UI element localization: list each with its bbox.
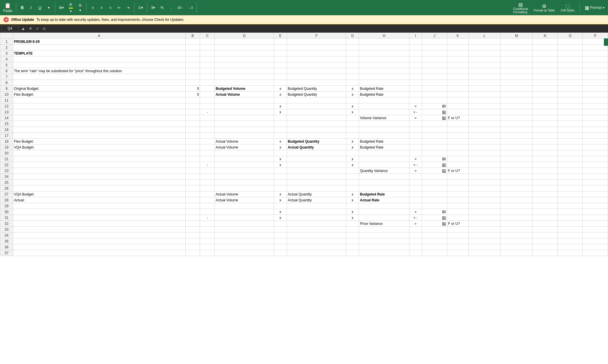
cell-B35[interactable] (185, 238, 200, 244)
comma-button[interactable]: , (167, 5, 175, 10)
cell-H15[interactable] (359, 121, 409, 127)
cell-C4[interactable] (200, 56, 215, 62)
cell-I25[interactable] (409, 180, 422, 186)
cell-N12[interactable] (533, 103, 558, 109)
cell-P18[interactable] (583, 139, 608, 144)
cell-L36[interactable] (468, 244, 500, 250)
align-right-button[interactable]: ≡ (106, 5, 115, 10)
cell-C13[interactable]: - (200, 109, 215, 115)
cell-A26[interactable] (13, 186, 185, 191)
cell-L30[interactable] (468, 209, 500, 215)
cell-I9[interactable] (409, 86, 422, 92)
cell-I7[interactable] (409, 74, 422, 80)
cell-C26[interactable] (200, 186, 215, 191)
cell-G12[interactable]: x (346, 103, 359, 109)
cell-N20[interactable] (533, 150, 558, 156)
cell-A35[interactable] (13, 238, 185, 244)
cell-N25[interactable] (533, 180, 558, 186)
cell-F6[interactable] (287, 68, 346, 74)
cell-C36[interactable] (200, 244, 215, 250)
cell-J23[interactable]: $0 (422, 168, 447, 174)
cell-I4[interactable] (409, 56, 422, 62)
cell-F2[interactable] (287, 45, 346, 50)
formula-input[interactable] (47, 26, 607, 31)
cell-B37[interactable] (185, 250, 200, 256)
cell-F36[interactable] (287, 244, 346, 250)
cell-J8[interactable] (422, 80, 447, 86)
cell-C37[interactable] (200, 250, 215, 256)
cell-K29[interactable] (447, 203, 468, 209)
cell-I36[interactable] (409, 244, 422, 250)
cell-N31[interactable] (533, 215, 558, 221)
confirm-formula-button[interactable]: ✓ (35, 26, 41, 31)
cell-I16[interactable] (409, 127, 422, 133)
cell-H13[interactable] (359, 109, 409, 115)
cell-O33[interactable] (557, 227, 583, 232)
cell-P8[interactable] (583, 80, 608, 86)
cell-J32[interactable]: $0 (422, 221, 447, 227)
cell-D24[interactable] (215, 174, 274, 180)
cell-G8[interactable] (346, 80, 359, 86)
cell-M32[interactable] (500, 221, 533, 227)
cell-A20[interactable] (13, 150, 185, 156)
col-header-i[interactable]: I (409, 33, 422, 39)
cell-P31[interactable] (583, 215, 608, 221)
cell-E11[interactable] (274, 97, 287, 103)
cell-L26[interactable] (468, 186, 500, 191)
cell-P29[interactable] (583, 203, 608, 209)
cell-E27[interactable]: x (274, 191, 287, 197)
cell-G2[interactable] (346, 45, 359, 50)
cell-O18[interactable] (557, 139, 583, 144)
cell-B6[interactable] (185, 68, 200, 74)
cell-D3[interactable] (215, 50, 274, 56)
cell-D8[interactable] (215, 80, 274, 86)
cell-J7[interactable] (422, 74, 447, 80)
cell-G21[interactable]: x (346, 156, 359, 162)
cell-I30[interactable]: = (409, 209, 422, 215)
cell-M7[interactable] (500, 74, 533, 80)
cell-E7[interactable] (274, 74, 287, 80)
cell-E3[interactable] (274, 50, 287, 56)
cell-O5[interactable] (557, 62, 583, 68)
cell-E8[interactable] (274, 80, 287, 86)
cell-H8[interactable] (359, 80, 409, 86)
cell-I32[interactable]: = (409, 221, 422, 227)
cell-N37[interactable] (533, 250, 558, 256)
cell-K10[interactable] (447, 92, 468, 97)
cell-L15[interactable] (468, 121, 500, 127)
cell-H23[interactable]: Quantity Variance (359, 168, 409, 174)
cell-F33[interactable] (287, 227, 346, 232)
cell-E5[interactable] (274, 62, 287, 68)
cell-N13[interactable] (533, 109, 558, 115)
cell-K3[interactable] (447, 50, 468, 56)
cell-K9[interactable] (447, 86, 468, 92)
cell-O24[interactable] (557, 174, 583, 180)
cell-I23[interactable]: = (409, 168, 422, 174)
cell-P34[interactable] (583, 232, 608, 238)
cell-F18[interactable]: Budgeted Quantity (287, 139, 346, 144)
cell-P26[interactable] (583, 186, 608, 191)
cell-P25[interactable] (583, 180, 608, 186)
cell-G17[interactable] (346, 133, 359, 139)
cell-A12[interactable] (13, 103, 185, 109)
cell-M24[interactable] (500, 174, 533, 180)
cell-A22[interactable] (13, 162, 185, 168)
cell-C3[interactable] (200, 50, 215, 56)
cell-I22[interactable]: = - (409, 162, 422, 168)
cell-D25[interactable] (215, 180, 274, 186)
cell-L20[interactable] (468, 150, 500, 156)
cell-G15[interactable] (346, 121, 359, 127)
cell-D21[interactable] (215, 156, 274, 162)
cell-C31[interactable]: - (200, 215, 215, 221)
cell-C1[interactable] (200, 39, 215, 45)
cell-N7[interactable] (533, 74, 558, 80)
cell-C22[interactable]: - (200, 162, 215, 168)
cell-M2[interactable] (500, 45, 533, 50)
cell-D27[interactable]: Actual Volume (215, 191, 274, 197)
conditional-formatting-button[interactable]: ▤ ConditionalFormatting (511, 1, 530, 14)
cell-D30[interactable] (215, 209, 274, 215)
cell-L33[interactable] (468, 227, 500, 232)
cell-J22[interactable]: $0 (422, 162, 447, 168)
cell-I17[interactable] (409, 133, 422, 139)
cell-L27[interactable] (468, 191, 500, 197)
